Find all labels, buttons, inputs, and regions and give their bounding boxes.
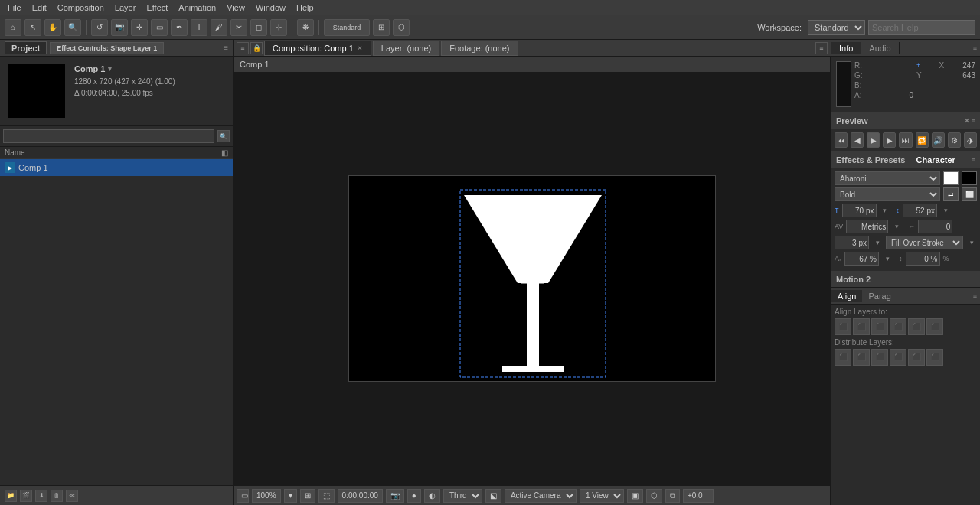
snapping-toggle[interactable]: Standard [324, 19, 370, 36]
reset-colors-btn[interactable]: ⬜ [962, 187, 977, 201]
dist-bottom-btn[interactable]: ⬛ [926, 349, 943, 366]
cursor-tool[interactable]: ↖ [24, 19, 41, 36]
stroke-menu[interactable]: ▾ [872, 239, 883, 246]
import-btn[interactable]: ⬇ [35, 490, 47, 502]
preview-last-frame[interactable]: ⏭ [899, 132, 912, 148]
menu-file[interactable]: File [3, 2, 26, 13]
parag-tab[interactable]: Parag [862, 290, 897, 302]
font-size-menu[interactable]: ▾ [880, 207, 890, 214]
preview-panel-close[interactable]: ✕ [964, 117, 970, 125]
canvas-area[interactable] [234, 72, 830, 485]
align-bottom-btn[interactable]: ⬛ [926, 318, 943, 335]
font-size-value[interactable]: 70 px [842, 204, 877, 217]
align-hcenter-btn[interactable]: ⬛ [853, 318, 870, 335]
align-vcenter-btn[interactable]: ⬛ [908, 318, 925, 335]
viewer-camera-dropdown[interactable]: Active Camera [505, 489, 577, 503]
workspace-dropdown[interactable]: Standard [808, 20, 865, 35]
new-folder-btn[interactable]: 📁 [5, 490, 17, 502]
menu-edit[interactable]: Edit [28, 2, 51, 13]
left-panel-menu[interactable]: ≡ [224, 44, 228, 52]
snap-toggle[interactable]: ⊞ [373, 19, 390, 36]
delete-btn[interactable]: 🗑 [51, 490, 63, 502]
project-search-input[interactable] [3, 129, 214, 143]
dist-hcenter-btn[interactable]: ⬛ [853, 349, 870, 366]
char-tab[interactable]: Character [910, 154, 962, 166]
preview-settings[interactable]: ⚙ [948, 132, 961, 148]
kerning-value[interactable]: Metrics [846, 220, 888, 233]
dist-right-btn[interactable]: ⬛ [871, 349, 888, 366]
viewer-overlay[interactable]: ▣ [627, 489, 643, 503]
menu-layer[interactable]: Layer [110, 2, 141, 13]
preview-next-frame[interactable]: ▶ [883, 132, 896, 148]
project-col-expand[interactable]: ◧ [221, 148, 228, 157]
align-tab[interactable]: Align [831, 290, 862, 302]
viewer-zoom[interactable]: 100% [252, 489, 281, 503]
viewer-color-toggle[interactable]: ● [407, 489, 421, 503]
preview-panel-menu[interactable]: ≡ [972, 117, 975, 125]
menu-effect[interactable]: Effect [142, 2, 172, 13]
effects-menu[interactable]: ≡ [972, 156, 975, 164]
tracking-value[interactable]: 0 [918, 220, 952, 233]
viewer-snapshot[interactable]: 📷 [386, 489, 404, 503]
scale-h-menu[interactable]: ▾ [882, 255, 893, 262]
comp-panel-menu[interactable]: ≡ [237, 42, 249, 54]
menu-help[interactable]: Help [292, 2, 318, 13]
brush-tool[interactable]: 🖌 [211, 19, 227, 36]
menu-animation[interactable]: Animation [174, 2, 220, 13]
home-tool[interactable]: ⌂ [5, 19, 21, 36]
align-menu[interactable]: ≡ [970, 292, 980, 300]
dist-left-btn[interactable]: ⬛ [835, 349, 851, 366]
project-search-icon[interactable]: 🔍 [217, 130, 230, 142]
stroke-type-menu[interactable]: ▾ [966, 239, 977, 246]
preview-loop[interactable]: 🔁 [916, 132, 929, 148]
extra-snap[interactable]: ⬡ [393, 19, 410, 36]
pen-tool[interactable]: ✒ [171, 19, 188, 36]
style-dropdown[interactable]: Bold [835, 187, 940, 201]
menu-composition[interactable]: Composition [53, 2, 109, 13]
more-btn[interactable]: ≪ [66, 490, 78, 502]
rotate-tool[interactable]: ↺ [91, 19, 108, 36]
puppet-tool[interactable]: ⊹ [270, 19, 287, 36]
comp-lock-btn[interactable]: 🔒 [250, 42, 263, 54]
comp-tab-comp1[interactable]: Composition: Comp 1 ✕ [264, 41, 371, 56]
effect-controls-tab[interactable]: Effect Controls: Shape Layer 1 [50, 42, 164, 54]
leading-value[interactable]: 52 px [903, 204, 937, 217]
hand-tool[interactable]: ✋ [44, 19, 61, 36]
preview-prev-frame[interactable]: ◀ [851, 132, 864, 148]
comp-tab-close[interactable]: ✕ [357, 44, 363, 52]
comp-tab-layer[interactable]: Layer: (none) [373, 41, 439, 56]
audio-tab[interactable]: Audio [861, 42, 899, 54]
scale-h-value[interactable]: 67 % [844, 252, 879, 266]
preview-play[interactable]: ▶ [867, 132, 880, 148]
align-top-btn[interactable]: ⬛ [890, 318, 906, 335]
stroke-value[interactable]: 3 px [835, 236, 869, 249]
zoom-tool[interactable]: 🔍 [64, 19, 81, 36]
info-tab[interactable]: Info [831, 42, 861, 54]
viewer-quality-dropdown[interactable]: Third Half Full [443, 489, 482, 503]
viewer-frame-btn[interactable]: ▭ [237, 489, 249, 503]
kerning-menu[interactable]: ▾ [891, 223, 902, 230]
viewer-grid-btn[interactable]: ⊞ [300, 489, 315, 503]
font-stroke-swatch[interactable] [962, 171, 977, 185]
menu-window[interactable]: Window [251, 2, 290, 13]
viewer-view-dropdown[interactable]: 1 View [580, 489, 624, 503]
dist-vcenter-btn[interactable]: ⬛ [908, 349, 925, 366]
anchor-tool[interactable]: ✛ [131, 19, 148, 36]
align-left-btn[interactable]: ⬛ [835, 318, 851, 335]
clone-tool[interactable]: ✂ [230, 19, 247, 36]
text-tool[interactable]: T [191, 19, 207, 36]
new-comp-btn[interactable]: 🎬 [20, 490, 32, 502]
leading-menu[interactable]: ▾ [940, 207, 951, 214]
preview-audio[interactable]: 🔊 [932, 132, 945, 148]
stroke-type-dropdown[interactable]: Fill Over Stroke [886, 236, 963, 249]
help-search-input[interactable] [868, 20, 975, 35]
project-tab[interactable]: Project [5, 41, 47, 54]
dist-top-btn[interactable]: ⬛ [890, 349, 906, 366]
menu-view[interactable]: View [222, 2, 250, 13]
project-item-comp1[interactable]: ▶ Comp 1 [0, 159, 233, 176]
preview-first-frame[interactable]: ⏮ [835, 132, 848, 148]
viewer-3d[interactable]: ⧉ [665, 489, 680, 503]
extra-tool1[interactable]: ❋ [297, 19, 314, 36]
viewer-alpha[interactable]: ◐ [424, 489, 440, 503]
align-right-btn[interactable]: ⬛ [871, 318, 888, 335]
